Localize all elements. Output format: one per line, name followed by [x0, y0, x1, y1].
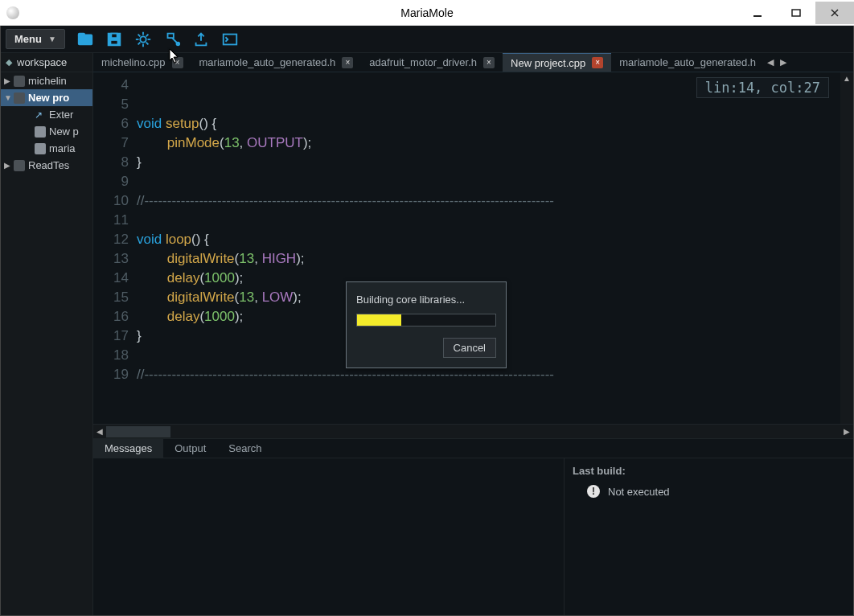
- tree-item[interactable]: ↗Exter: [1, 106, 92, 123]
- editor-tab[interactable]: michelino.cpp×: [93, 53, 191, 72]
- code-line: [137, 211, 853, 230]
- bottom-tab[interactable]: Output: [163, 439, 217, 458]
- tab-close-icon[interactable]: ×: [592, 57, 603, 68]
- line-number: 12: [93, 230, 129, 249]
- messages-panel: [93, 458, 564, 615]
- close-button[interactable]: [815, 2, 854, 24]
- svg-rect-7: [111, 33, 117, 38]
- upload-icon[interactable]: [192, 31, 210, 48]
- tree-item[interactable]: New p: [1, 123, 92, 140]
- vertical-scrollbar[interactable]: ▲: [840, 72, 853, 424]
- menubar: Menu ▼: [1, 26, 853, 53]
- terminal-icon[interactable]: [221, 31, 239, 48]
- tree-item[interactable]: maria: [1, 140, 92, 157]
- horizontal-scrollbar[interactable]: ◀ ▶: [93, 424, 853, 438]
- tree-item[interactable]: ▶ReadTes: [1, 157, 92, 174]
- build-status-panel: Last build: ! Not executed: [564, 458, 853, 615]
- bottom-tab[interactable]: Search: [217, 439, 273, 458]
- line-number: 6: [93, 114, 129, 133]
- editor-tab[interactable]: mariamole_auto_generated.h: [611, 53, 764, 72]
- line-number: 17: [93, 326, 129, 346]
- dialog-message: Building core libraries...: [356, 294, 496, 306]
- line-number: 14: [93, 269, 129, 288]
- svg-line-17: [146, 34, 149, 36]
- editor-tab[interactable]: adafruit_motor_driver.h×: [361, 53, 503, 72]
- tab-label: mariamole_auto_generated.h: [619, 56, 756, 68]
- editor-tab[interactable]: New project.cpp×: [503, 53, 611, 72]
- cursor-status: lin:14, col:27: [696, 77, 829, 98]
- tree-item-label: maria: [49, 142, 76, 154]
- scroll-right-icon[interactable]: ▶: [840, 425, 853, 439]
- tab-close-icon[interactable]: ×: [172, 57, 183, 68]
- scroll-up-icon[interactable]: ▲: [840, 72, 853, 85]
- tree-caret-icon: ▼: [4, 93, 10, 102]
- tab-close-icon[interactable]: ×: [483, 57, 495, 68]
- tab-close-icon[interactable]: ×: [342, 57, 353, 68]
- tab-nav-left-icon[interactable]: ◀: [764, 53, 777, 72]
- tree-item[interactable]: ▶michelin: [1, 72, 92, 89]
- gear-icon[interactable]: [134, 31, 152, 48]
- sidebar: ◆ workspace ▶michelin▼New pro↗ExterNew p…: [1, 53, 93, 615]
- titlebar: MariaMole: [0, 0, 854, 26]
- svg-rect-1: [792, 10, 800, 16]
- code-line: [137, 172, 853, 191]
- svg-line-14: [138, 34, 140, 36]
- line-number: 9: [93, 172, 129, 191]
- warning-icon: !: [587, 485, 600, 498]
- minimize-button[interactable]: [738, 2, 777, 24]
- tree-item-label: New pro: [28, 92, 69, 104]
- tree-item-label: Exter: [49, 109, 73, 121]
- bottom-tab[interactable]: Messages: [93, 439, 163, 458]
- line-number: 18: [93, 346, 129, 365]
- bottom-pane: Last build: ! Not executed: [93, 458, 853, 615]
- last-build-header: Last build:: [573, 465, 845, 477]
- progress-bar: [356, 314, 496, 326]
- svg-line-15: [146, 42, 149, 44]
- svg-point-18: [176, 42, 179, 45]
- code-line: void setup() {: [137, 114, 853, 133]
- tree-item-label: New p: [49, 125, 79, 138]
- editor-tab[interactable]: mariamole_auto_generated.h×: [191, 53, 362, 72]
- chevron-down-icon: ▼: [48, 35, 56, 43]
- editor-area[interactable]: lin:14, col:27 4567891011121314151617181…: [93, 72, 853, 424]
- save-icon[interactable]: [105, 31, 123, 48]
- tab-label: adafruit_motor_driver.h: [369, 56, 477, 68]
- bottom-tabs: MessagesOutputSearch: [93, 438, 853, 458]
- cancel-button[interactable]: Cancel: [443, 338, 496, 358]
- line-number: 13: [93, 249, 129, 269]
- svg-rect-19: [224, 34, 237, 44]
- window-buttons: [738, 2, 854, 24]
- workspace-label: workspace: [17, 56, 67, 68]
- line-number: 15: [93, 288, 129, 307]
- workspace-header[interactable]: ◆ workspace: [1, 53, 92, 72]
- folder-icon: [14, 92, 25, 104]
- menu-label: Menu: [14, 33, 42, 45]
- file-icon: [35, 126, 46, 138]
- scroll-thumb[interactable]: [106, 426, 170, 437]
- folder-icon[interactable]: [76, 31, 94, 48]
- tree-caret-icon: ▶: [4, 76, 10, 85]
- code-line: }: [137, 153, 853, 172]
- app-icon: [6, 6, 19, 19]
- folder-icon: [14, 76, 25, 87]
- tree-item[interactable]: ▼New pro: [1, 89, 92, 106]
- window-title: MariaMole: [0, 6, 854, 19]
- external-link-icon: ↗: [35, 109, 46, 121]
- line-number: 16: [93, 307, 129, 326]
- build-icon[interactable]: [163, 31, 181, 48]
- tab-nav-right-icon[interactable]: ▶: [777, 53, 790, 72]
- code-line: void loop() {: [137, 230, 853, 249]
- svg-line-16: [138, 42, 140, 44]
- line-number: 19: [93, 365, 129, 384]
- line-number: 7: [93, 133, 129, 153]
- build-progress-dialog: Building core libraries... Cancel: [346, 281, 507, 368]
- code-line: //--------------------------------------…: [137, 191, 853, 211]
- scroll-left-icon[interactable]: ◀: [93, 425, 106, 439]
- maximize-button[interactable]: [777, 2, 815, 24]
- code-line: digitalWrite(13, HIGH);: [137, 249, 853, 269]
- svg-point-9: [140, 36, 146, 42]
- folder-icon: [14, 160, 25, 171]
- tree-item-label: michelin: [28, 75, 67, 87]
- diamond-icon: ◆: [6, 57, 12, 68]
- menu-button[interactable]: Menu ▼: [6, 29, 65, 49]
